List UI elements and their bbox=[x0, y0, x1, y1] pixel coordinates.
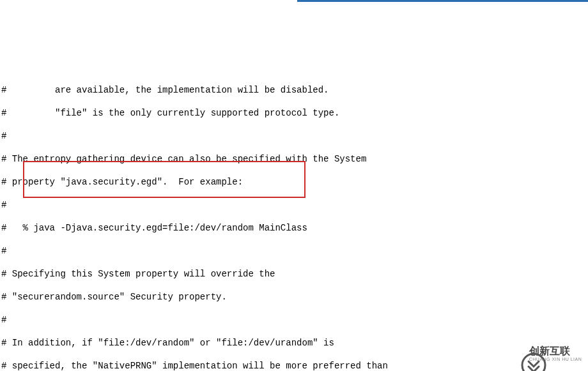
code-line: # property "java.security.egd". For exam… bbox=[1, 176, 587, 188]
code-line: # Specifying this System property will o… bbox=[1, 268, 587, 280]
code-line: # are available, the implementation will… bbox=[1, 84, 587, 96]
code-line: # "file" is the only currently supported… bbox=[1, 107, 587, 119]
watermark: 创新互联 CHUANG XIN HU LIAN bbox=[493, 337, 588, 371]
code-line: # bbox=[1, 130, 587, 142]
file-content: # are available, the implementation will… bbox=[1, 73, 587, 371]
code-line: # The entropy gathering device can also … bbox=[1, 153, 587, 165]
svg-point-0 bbox=[522, 354, 545, 371]
code-line: # "securerandom.source" Security propert… bbox=[1, 291, 587, 303]
window-top-accent bbox=[297, 0, 588, 2]
code-line: # % java -Djava.security.egd=file:/dev/r… bbox=[1, 222, 587, 234]
code-line: # bbox=[1, 314, 587, 326]
watermark-logo-icon bbox=[500, 341, 525, 367]
code-line: # bbox=[1, 199, 587, 211]
code-line: # bbox=[1, 245, 587, 257]
